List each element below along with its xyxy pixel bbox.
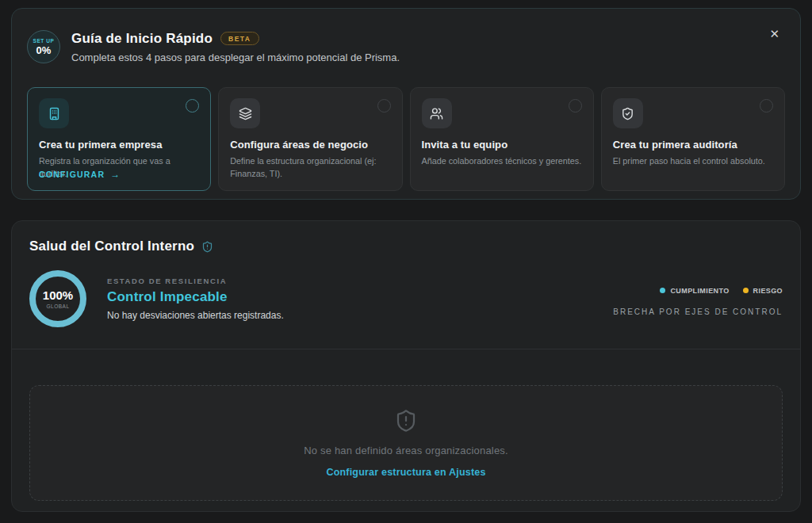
- configure-link[interactable]: CONFIGURAR →: [39, 169, 120, 180]
- step-card-first-audit[interactable]: Crea tu primera auditoría El primer paso…: [601, 87, 785, 191]
- step-card-business-areas[interactable]: Configura áreas de negocio Define la est…: [218, 87, 402, 191]
- quick-start-title: Guía de Inicio Rápido: [71, 31, 213, 47]
- quick-start-header: SET UP 0% Guía de Inicio Rápido BETA Com…: [27, 28, 785, 66]
- legend-item-compliance: CUMPLIMIENTO: [660, 287, 729, 295]
- global-score-gauge: 100% GLOBAL: [29, 270, 86, 327]
- quick-start-titles: Guía de Inicio Rápido BETA Completa esto…: [71, 31, 400, 63]
- step-description: El primer paso hacia el control absoluto…: [613, 155, 773, 167]
- quick-start-card: ✕ SET UP 0% Guía de Inicio Rápido BETA C…: [11, 8, 801, 200]
- step-title: Crea tu primera auditoría: [613, 139, 773, 151]
- configure-link-label: CONFIGURAR: [39, 170, 105, 179]
- step-status-radio: [569, 99, 582, 113]
- onboarding-steps: Crea tu primera empresa Registra la orga…: [27, 87, 785, 180]
- legend-label: RIESGO: [753, 287, 783, 295]
- section-divider: [12, 349, 800, 349]
- gauge-label: GLOBAL: [46, 303, 69, 309]
- areas-empty-state: No se han definido áreas organizacionale…: [29, 385, 783, 501]
- compliance-dot-icon: [660, 288, 665, 293]
- building-icon: [39, 98, 69, 128]
- setup-progress-label: SET UP: [33, 38, 54, 44]
- setup-progress-badge: SET UP 0%: [27, 30, 60, 63]
- chart-meta: CUMPLIMIENTO RIESGO BRECHA POR EJES DE C…: [613, 282, 783, 316]
- status-title: Control Impecable: [107, 289, 284, 305]
- beta-badge: BETA: [220, 32, 259, 45]
- step-title: Invita a tu equipo: [422, 139, 582, 151]
- layers-icon: [230, 98, 260, 128]
- health-title: Salud del Control Interno: [29, 239, 194, 254]
- resilience-status: ESTADO DE RESILIENCIA Control Impecable …: [107, 277, 284, 321]
- chart-caption: BRECHA POR EJES DE CONTROL: [613, 307, 783, 316]
- status-label: ESTADO DE RESILIENCIA: [107, 277, 284, 285]
- step-status-radio: [377, 99, 391, 113]
- status-description: No hay desviaciones abiertas registradas…: [107, 310, 284, 321]
- dashboard-page: ✕ SET UP 0% Guía de Inicio Rápido BETA C…: [0, 0, 812, 523]
- shield-alert-icon: [394, 409, 418, 433]
- step-status-radio: [760, 99, 773, 113]
- step-card-create-company[interactable]: Crea tu primera empresa Registra la orga…: [27, 87, 211, 191]
- step-title: Configura áreas de negocio: [230, 139, 390, 151]
- control-health-card: Salud del Control Interno 100% GLOBAL ES…: [11, 220, 801, 512]
- step-description: Define la estructura organizacional (ej:…: [230, 155, 390, 180]
- shield-info-icon: [201, 241, 213, 253]
- step-description: Añade colaboradores técnicos y gerentes.: [422, 155, 582, 167]
- close-icon[interactable]: ✕: [769, 28, 779, 40]
- shield-check-icon: [613, 98, 643, 128]
- gauge-value: 100%: [43, 288, 73, 302]
- configure-structure-link[interactable]: Configurar estructura en Ajustes: [326, 467, 485, 478]
- step-title: Crea tu primera empresa: [39, 139, 199, 151]
- arrow-right-icon: →: [110, 169, 120, 180]
- step-card-invite-team[interactable]: Invita a tu equipo Añade colaboradores t…: [410, 87, 594, 191]
- users-icon: [422, 98, 452, 128]
- empty-state-message: No se han definido áreas organizacionale…: [304, 445, 508, 456]
- risk-dot-icon: [743, 288, 749, 293]
- health-summary: 100% GLOBAL ESTADO DE RESILIENCIA Contro…: [29, 270, 783, 327]
- setup-progress-value: 0%: [36, 44, 52, 56]
- legend-label: CUMPLIMIENTO: [670, 287, 729, 295]
- chart-legend: CUMPLIMIENTO RIESGO: [613, 287, 783, 295]
- step-status-radio: [186, 99, 199, 113]
- legend-item-risk: RIESGO: [743, 287, 783, 295]
- quick-start-subtitle: Completa estos 4 pasos para desplegar el…: [71, 52, 400, 63]
